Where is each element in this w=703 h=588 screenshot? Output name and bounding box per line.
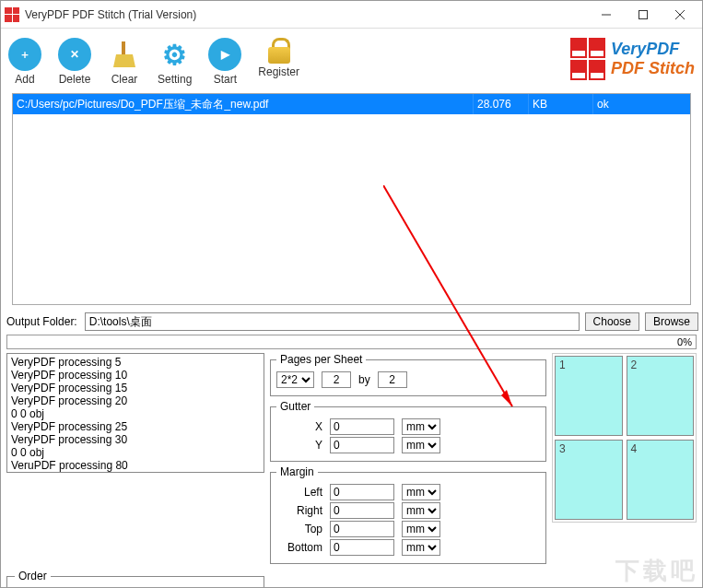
gutter-x-input[interactable] <box>330 418 394 435</box>
order-legend: Order <box>15 570 51 582</box>
file-status: ok <box>593 94 690 114</box>
maximize-button[interactable] <box>625 2 662 28</box>
margin-right-input[interactable] <box>330 502 394 519</box>
setting-button[interactable]: ⚙Setting <box>158 38 192 86</box>
pages-height <box>378 371 407 388</box>
start-button[interactable]: ▶Start <box>208 38 241 86</box>
browse-button[interactable]: Browse <box>645 312 698 331</box>
output-label: Output Folder: <box>5 315 79 328</box>
gutter-y-unit[interactable]: mm <box>402 437 440 453</box>
output-folder-input[interactable] <box>85 312 580 331</box>
file-size: 28.076 <box>474 94 529 114</box>
x-icon: ✕ <box>58 38 91 71</box>
gutter-group: Gutter Xmm Ymm <box>270 400 546 462</box>
brand-logo: VeryPDFPDF Stitch <box>570 38 695 80</box>
margin-right-label: Right <box>276 504 322 517</box>
add-button[interactable]: ＋Add <box>8 38 41 86</box>
lock-icon <box>268 38 290 64</box>
gear-icon: ⚙ <box>158 38 192 71</box>
margin-legend: Margin <box>276 465 318 478</box>
margin-group: Margin Leftmm Rightmm Topmm Bottommm <box>270 465 546 564</box>
file-list[interactable]: C:/Users/pc/Pictures/Do_PDF压缩_未命名_new.pd… <box>12 93 691 305</box>
minimize-button[interactable] <box>588 2 625 28</box>
file-unit: KB <box>529 94 593 114</box>
output-row: Output Folder: Choose Browse <box>5 312 698 331</box>
svg-rect-1 <box>639 10 648 18</box>
register-label: Register <box>258 65 299 78</box>
margin-left-input[interactable] <box>330 484 394 500</box>
preview-cell-3: 3 <box>555 440 623 520</box>
log-box: VeryPDF processing 5 VeryPDF processing … <box>6 353 264 473</box>
gutter-legend: Gutter <box>276 400 314 413</box>
add-label: Add <box>15 73 34 86</box>
preview-cell-4: 4 <box>627 440 695 520</box>
log-text[interactable]: VeryPDF processing 5 VeryPDF processing … <box>7 354 264 472</box>
gutter-x-label: X <box>276 420 322 433</box>
toolbar: ＋Add ✕Delete Clear ⚙Setting ▶Start Regis… <box>1 29 702 91</box>
margin-bottom-input[interactable] <box>330 539 394 556</box>
progress-bar: 0% <box>6 335 697 349</box>
margin-top-label: Top <box>276 523 322 535</box>
pages-preset-select[interactable]: 2*2 <box>276 371 314 388</box>
svg-rect-4 <box>122 41 125 54</box>
window-title: VeryPDF PDF Stitch (Trial Version) <box>25 8 588 21</box>
progress-value: 0% <box>677 335 692 348</box>
pages-width <box>322 371 351 388</box>
order-group: Order Horizontal Horizontal Revers Verti… <box>6 570 264 588</box>
margin-bottom-unit[interactable]: mm <box>402 539 440 556</box>
register-button[interactable]: Register <box>258 38 299 78</box>
pdf-pages-icon <box>570 38 605 80</box>
margin-right-unit[interactable]: mm <box>402 502 440 519</box>
margin-left-unit[interactable]: mm <box>402 484 440 500</box>
margin-top-input[interactable] <box>330 521 394 537</box>
preview-grid: 1 2 3 4 <box>552 353 697 523</box>
margin-bottom-label: Bottom <box>276 541 322 554</box>
pages-legend: Pages per Sheet <box>276 353 366 366</box>
clear-label: Clear <box>111 73 138 86</box>
margin-left-label: Left <box>276 486 322 499</box>
choose-button[interactable]: Choose <box>585 312 639 331</box>
titlebar: VeryPDF PDF Stitch (Trial Version) <box>1 1 702 29</box>
gutter-x-unit[interactable]: mm <box>402 418 440 435</box>
pages-per-sheet-group: Pages per Sheet 2*2 by <box>270 353 546 396</box>
clear-button[interactable]: Clear <box>108 38 141 86</box>
app-icon <box>5 7 19 22</box>
order-group-wrap: Order Horizontal Horizontal Revers Verti… <box>6 570 264 588</box>
margin-top-unit[interactable]: mm <box>402 521 440 537</box>
brand-line1: VeryPDF <box>611 40 695 59</box>
close-button[interactable] <box>662 2 698 28</box>
gutter-y-label: Y <box>276 439 322 452</box>
start-label: Start <box>214 73 237 86</box>
plus-icon: ＋ <box>8 38 41 71</box>
gutter-y-input[interactable] <box>330 437 394 453</box>
by-label: by <box>358 373 370 386</box>
preview-cell-1: 1 <box>555 356 623 436</box>
file-row[interactable]: C:/Users/pc/Pictures/Do_PDF压缩_未命名_new.pd… <box>13 94 690 114</box>
broom-icon <box>108 38 141 71</box>
brand-line2: PDF Stitch <box>611 59 695 78</box>
setting-label: Setting <box>158 73 192 86</box>
watermark: 下载吧 <box>615 555 698 587</box>
delete-button[interactable]: ✕Delete <box>58 38 91 86</box>
delete-label: Delete <box>59 73 91 86</box>
play-icon: ▶ <box>208 38 241 71</box>
file-path: C:/Users/pc/Pictures/Do_PDF压缩_未命名_new.pd… <box>13 94 474 114</box>
preview-cell-2: 2 <box>627 356 695 436</box>
